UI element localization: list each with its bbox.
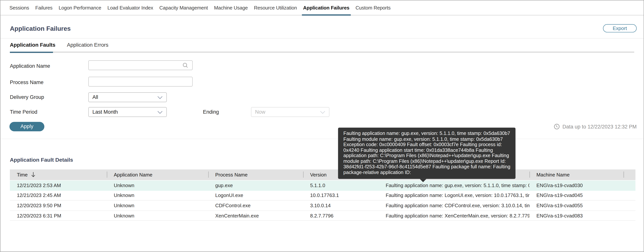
cell-machine-name: ENG\ra-s19-cvad045	[530, 191, 636, 200]
nav-tab-custom-reports[interactable]: Custom Reports	[356, 0, 390, 15]
section-divider	[0, 139, 644, 139]
column-header-application-name[interactable]: Application Name	[107, 169, 208, 180]
description-tooltip: Faulting application name: gup.exe, vers…	[338, 128, 516, 179]
delivery-group-value: All	[92, 94, 98, 100]
search-icon[interactable]	[182, 62, 188, 68]
cell-application-name: Unknown	[107, 201, 208, 211]
cell-machine-name: ENG\ra-s19-cvad030	[530, 181, 636, 190]
column-header-time-label: Time	[17, 172, 28, 177]
cell-process-name: XenCenterMain.exe	[208, 211, 303, 221]
tab-application-faults[interactable]: Application Faults	[10, 42, 56, 53]
time-period-select[interactable]: Last Month	[88, 107, 167, 117]
cell-process-name: CDFControl.exe	[208, 201, 303, 211]
cell-process-name: LogonUI.exe	[208, 191, 303, 200]
cell-application-name: Unknown	[107, 181, 208, 190]
delivery-group-select[interactable]: All	[88, 92, 167, 102]
top-navigation: Sessions Failures Logon Performance Load…	[0, 0, 644, 15]
chevron-down-icon	[157, 111, 162, 114]
cell-machine-name: ENG\ra-s19-cvad083	[530, 211, 636, 221]
subtab-bar: Application Faults Application Errors	[10, 42, 634, 53]
table-row[interactable]: 12/21/2023 2:45 AM Unknown LogonUI.exe 1…	[10, 191, 636, 201]
column-header-machine-name[interactable]: Machine Name	[530, 169, 636, 180]
page-title: Application Failures	[10, 25, 71, 32]
cell-time: 12/21/2023 2:53 AM	[10, 181, 107, 190]
nav-tab-application-failures[interactable]: Application Failures	[303, 0, 350, 15]
cell-description: Faulting application name: LogonUI.exe, …	[379, 191, 530, 200]
table-row[interactable]: 12/21/2023 2:53 AM Unknown gup.exe 5.1.1…	[10, 181, 636, 191]
nav-tab-load-evaluator-index[interactable]: Load Evaluator Index	[107, 0, 153, 15]
ending-label: Ending	[203, 109, 219, 115]
time-period-value: Last Month	[92, 109, 118, 115]
ending-select: Now	[251, 107, 330, 117]
cell-description: Faulting application name: gup.exe, vers…	[379, 181, 530, 190]
cell-time: 12/21/2023 2:45 AM	[10, 191, 107, 200]
time-period-label: Time Period	[10, 109, 38, 115]
cell-version: 3.10.0.14	[303, 201, 379, 211]
table-row[interactable]: 12/20/2023 6:31 PM Unknown XenCenterMain…	[10, 211, 636, 221]
cell-version: 10.0.17763.1	[303, 191, 379, 200]
nav-tab-capacity-management[interactable]: Capacity Management	[160, 0, 208, 15]
nav-tab-failures[interactable]: Failures	[35, 0, 52, 15]
subtab-track	[10, 51, 634, 52]
column-header-time[interactable]: Time	[10, 169, 107, 180]
chevron-down-icon	[157, 96, 162, 99]
cell-time: 12/20/2023 6:31 PM	[10, 211, 107, 221]
cell-version: 8.2.7.7796	[303, 211, 379, 221]
cell-process-name: gup.exe	[208, 181, 303, 190]
nav-tab-machine-usage[interactable]: Machine Usage	[214, 0, 248, 15]
column-header-process-name[interactable]: Process Name	[208, 169, 303, 180]
cell-application-name: Unknown	[107, 211, 208, 221]
process-name-input[interactable]	[88, 77, 193, 86]
nav-tab-resource-utilization[interactable]: Resource Utilization	[254, 0, 297, 15]
apply-button[interactable]: Apply	[10, 122, 44, 131]
tab-application-errors[interactable]: Application Errors	[67, 42, 108, 53]
cell-application-name: Unknown	[107, 191, 208, 200]
clock-icon	[554, 124, 560, 130]
export-button[interactable]: Export	[603, 24, 636, 32]
data-up-to-status: Data up to 12/22/2023 12:32 PM	[554, 124, 636, 130]
sort-descending-icon	[31, 172, 36, 177]
cell-description: Faulting application name: CDFControl.ex…	[379, 201, 530, 211]
table-header-row: Time Application Name Process Name Versi…	[10, 169, 636, 180]
application-name-input[interactable]	[88, 60, 193, 70]
app-window: Sessions Failures Logon Performance Load…	[0, 0, 644, 252]
application-name-label: Application Name	[10, 63, 50, 69]
nav-tab-logon-performance[interactable]: Logon Performance	[59, 0, 101, 15]
fault-details-table: Time Application Name Process Name Versi…	[10, 169, 636, 221]
cell-description: Faulting application name: XenCenterMain…	[379, 211, 530, 221]
table-row[interactable]: 12/20/2023 9:50 PM Unknown CDFControl.ex…	[10, 201, 636, 211]
cell-version: 5.1.1.0	[303, 181, 379, 190]
ending-value: Now	[255, 109, 266, 115]
header-divider	[0, 38, 644, 38]
nav-tab-sessions[interactable]: Sessions	[10, 0, 29, 15]
data-up-to-text: Data up to 12/22/2023 12:32 PM	[562, 124, 637, 129]
section-title: Application Fault Details	[10, 157, 73, 163]
delivery-group-label: Delivery Group	[10, 94, 44, 100]
chevron-down-icon	[320, 111, 325, 114]
cell-machine-name: ENG\ra-s19-cvad055	[530, 201, 636, 211]
process-name-label: Process Name	[10, 79, 44, 85]
cell-time: 12/20/2023 9:50 PM	[10, 201, 107, 211]
